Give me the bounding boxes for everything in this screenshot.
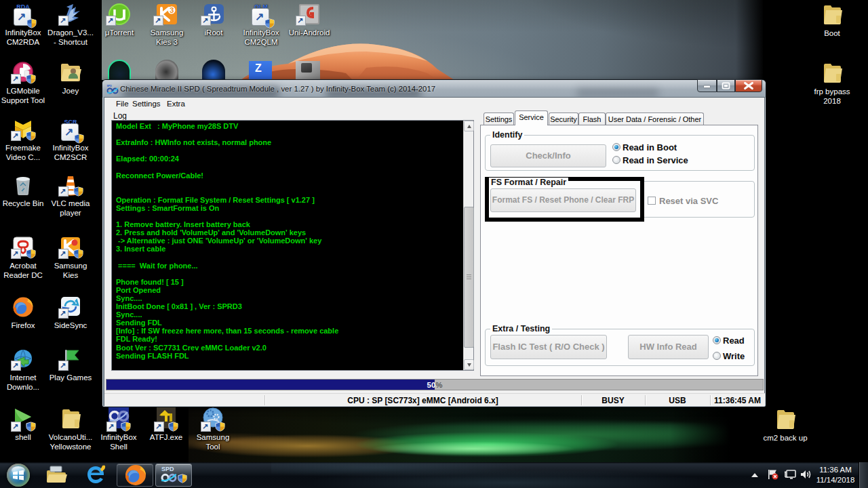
svg-text:3: 3 [170,6,174,14]
svg-text:SPD: SPD [107,85,113,87]
